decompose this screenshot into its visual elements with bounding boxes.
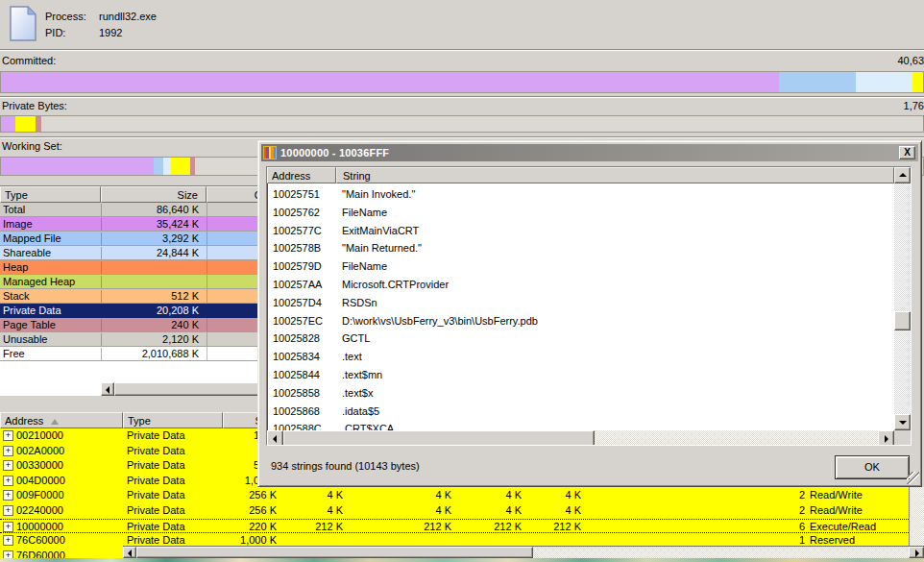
summary-row-size: 35,424 K: [101, 218, 199, 232]
summary-row-type: Page Table: [3, 319, 56, 330]
string-row-address: 10025844: [273, 369, 320, 381]
scrollbar-thumb[interactable]: [136, 547, 533, 558]
ok-button[interactable]: OK: [835, 455, 910, 479]
committed-usage-bar: [0, 71, 924, 93]
strings-column-header-string[interactable]: String: [336, 167, 894, 183]
close-icon[interactable]: X: [899, 146, 915, 159]
string-row[interactable]: 1002578B"Main Returned.": [267, 239, 891, 257]
summary-row-size: 512 K: [101, 290, 199, 304]
region-column-header-type[interactable]: Type: [123, 412, 223, 428]
usage-segment-private: [912, 72, 924, 92]
string-row[interactable]: 10025828GCTL: [267, 330, 891, 348]
region-row-value: 4 K: [327, 489, 343, 501]
strings-vertical-scrollbar[interactable]: [894, 167, 911, 430]
string-row[interactable]: 10025858.text$x: [267, 384, 891, 403]
summary-column-header-size[interactable]: Size: [101, 186, 207, 203]
vmmap-window: Process: rundll32.exe PID: 1992 Committe…: [0, 0, 924, 562]
string-row[interactable]: 100257ECD:\work\vs\UsbFerry_v3\bin\UsbFe…: [267, 312, 891, 330]
string-row[interactable]: 10025844.text$mn: [267, 366, 891, 384]
string-row[interactable]: 10025751"Main Invoked.": [267, 185, 891, 204]
desktop-wallpaper: [0, 558, 924, 562]
string-row[interactable]: 10025762FileName: [267, 204, 891, 222]
usage-segment-image: [1, 116, 15, 132]
grid-line: [207, 246, 207, 260]
string-row[interactable]: 1002577CExitMainViaCRT: [267, 222, 891, 240]
strings-column-header-address[interactable]: Address: [267, 167, 336, 183]
string-row-value: FileName: [342, 207, 387, 219]
scroll-down-button[interactable]: [894, 414, 911, 430]
string-row-value: FileName: [342, 260, 387, 273]
vmmap-app-icon: [263, 146, 277, 159]
string-row-address: 10025751: [273, 188, 320, 201]
region-row[interactable]: +009F0000Private Data256 K4 K4 K4 K4 K2R…: [0, 488, 909, 503]
expand-icon[interactable]: +: [3, 430, 13, 441]
region-row-address: 009F0000: [16, 489, 64, 501]
grid-line: [207, 203, 207, 217]
expand-icon[interactable]: +: [3, 522, 13, 532]
region-row-value: 4 K: [565, 489, 581, 501]
string-row-address: 10025834: [273, 351, 320, 363]
scrollbar-thumb[interactable]: [283, 430, 595, 446]
region-row-protection: Execute/Read: [810, 521, 876, 533]
summary-column-header-type[interactable]: Type: [0, 186, 101, 203]
usage-segment-image: [1, 72, 779, 92]
string-row[interactable]: 100257AAMicrosoft.CRTProvider: [267, 276, 891, 294]
region-row-type: Private Data: [127, 475, 185, 487]
pid-label: PID:: [45, 27, 65, 39]
expand-icon[interactable]: +: [3, 460, 13, 471]
string-row-value: D:\work\vs\UsbFerry_v3\bin\UsbFerry.pdb: [342, 315, 538, 328]
expand-icon[interactable]: +: [3, 446, 13, 456]
scroll-right-button[interactable]: [909, 547, 924, 558]
string-row[interactable]: 10025834.text: [267, 348, 891, 366]
string-row[interactable]: 100257D4RSDSn: [267, 294, 891, 312]
usage-segment-page-table: [190, 158, 195, 175]
string-row-value: ExitMainViaCRT: [342, 225, 419, 237]
scroll-left-button[interactable]: [267, 430, 283, 446]
separator: [0, 96, 924, 98]
expand-icon[interactable]: +: [3, 490, 13, 501]
string-row-value: RSDSn: [342, 297, 377, 309]
scroll-left-button[interactable]: [101, 382, 114, 396]
expand-icon[interactable]: +: [3, 505, 13, 516]
grid-line: [207, 275, 207, 289]
region-horizontal-scrollbar[interactable]: [123, 546, 924, 558]
summary-row-type: Image: [3, 218, 33, 230]
grid-line: [207, 318, 207, 332]
summary-row-type: Managed Heap: [3, 276, 75, 287]
summary-row-size: 240 K: [101, 319, 199, 332]
region-row-address: 02240000: [16, 504, 63, 517]
usage-segment-image: [1, 158, 154, 175]
region-row-value: 4 K: [565, 504, 581, 517]
region-row-address: 76C60000: [16, 534, 65, 547]
region-row-value: 212 K: [494, 521, 522, 533]
string-row-value: .text: [342, 351, 362, 363]
region-row[interactable]: +02240000Private Data256 K4 K4 K4 K4 K2R…: [0, 503, 909, 519]
separator: [0, 136, 924, 138]
grid-line: [207, 289, 207, 304]
sort-ascending-icon: [51, 419, 59, 425]
region-row-address: 00330000: [16, 459, 63, 472]
scrollbar-thumb[interactable]: [894, 311, 911, 330]
resize-grip[interactable]: [907, 472, 919, 484]
scroll-up-button[interactable]: [894, 167, 911, 183]
string-row[interactable]: 10025868.idata$5: [267, 403, 891, 421]
region-row-value: 212 K: [553, 521, 581, 533]
strings-horizontal-scrollbar[interactable]: [267, 430, 894, 446]
dialog-titlebar[interactable]: 10000000 - 10036FFF X: [261, 144, 918, 161]
scroll-left-button[interactable]: [123, 547, 136, 558]
expand-icon[interactable]: +: [3, 550, 13, 558]
region-row[interactable]: +10000000Private Data220 K212 K212 K212 …: [0, 519, 909, 534]
expand-icon[interactable]: +: [3, 476, 13, 486]
region-row-address: 002A0000: [16, 445, 64, 457]
scroll-right-button[interactable]: [878, 430, 894, 446]
grid-line: [207, 347, 207, 361]
region-row-value: 4 K: [435, 504, 451, 517]
region-column-header-address[interactable]: Address: [0, 412, 123, 428]
region-row-size: 256 K: [249, 489, 277, 501]
region-row-value: 212 K: [315, 521, 343, 533]
summary-row-type: Total: [3, 204, 25, 215]
expand-icon[interactable]: +: [3, 535, 13, 546]
region-row-blocks: 2: [799, 489, 805, 501]
string-row[interactable]: 1002579DFileName: [267, 257, 891, 276]
region-row-type: Private Data: [127, 504, 185, 517]
